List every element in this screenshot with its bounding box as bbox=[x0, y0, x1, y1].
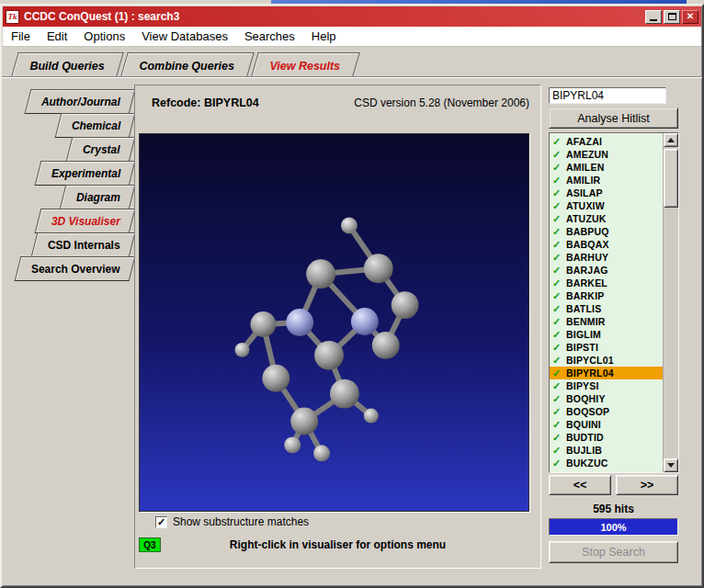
hitlist-item-label: BIPYRL04 bbox=[566, 368, 614, 379]
hitlist-item[interactable]: ✓BARJAG bbox=[550, 264, 663, 277]
show-substructure-label: Show substructure matches bbox=[173, 515, 309, 528]
hitlist-item[interactable]: ✓BARHUY bbox=[550, 251, 663, 264]
hitlist-item[interactable]: ✓BIPYSI bbox=[550, 379, 663, 392]
hitlist-item[interactable]: ✓ASILAP bbox=[550, 187, 663, 199]
arrow-down-icon bbox=[667, 463, 675, 468]
hitlist-item[interactable]: ✓ATUZUK bbox=[550, 212, 663, 225]
check-icon: ✓ bbox=[552, 265, 566, 277]
hitlist-item[interactable]: ✓AFAZAI bbox=[550, 135, 663, 148]
hitlist-frame: ✓AFAZAI✓AMEZUN✓AMILEN✓AMILIR✓ASILAP✓ATUX… bbox=[549, 132, 679, 473]
hitlist-item[interactable]: ✓BENMIR bbox=[550, 315, 663, 328]
hitlist-item[interactable]: ✓BUDTID bbox=[550, 431, 663, 444]
hitlist-item[interactable]: ✓BARKEL bbox=[550, 277, 663, 289]
maximize-button[interactable] bbox=[664, 10, 680, 24]
previous-page-button[interactable]: << bbox=[549, 475, 611, 495]
sidebar-tab-label: Author/Journal bbox=[41, 96, 120, 108]
hitlist-item-label: BARKEL bbox=[566, 277, 607, 288]
hitlist-item[interactable]: ✓BABQAX bbox=[550, 238, 663, 251]
sidebar-tab-csd-internals[interactable]: CSD Internals bbox=[31, 232, 135, 257]
menu-help[interactable]: Help bbox=[303, 27, 345, 46]
hitlist-item[interactable]: ✓BATLIS bbox=[550, 302, 663, 315]
hitlist-item-label: BARHUY bbox=[566, 252, 608, 263]
check-icon: ✓ bbox=[552, 239, 566, 251]
check-icon: ✓ bbox=[552, 393, 566, 405]
titlebar[interactable]: Tk CCDC ConQuest (1) : search3 ✕ bbox=[3, 6, 701, 27]
sidebar-tab-author-journal[interactable]: Author/Journal bbox=[25, 89, 136, 114]
hitlist-item[interactable]: ✓BOQHIY bbox=[550, 392, 663, 405]
hitlist-item[interactable]: ✓BQUINI bbox=[550, 418, 663, 431]
check-icon: ✓ bbox=[552, 252, 566, 264]
scroll-up-button[interactable] bbox=[664, 133, 678, 147]
sidebar-tab-3d-visualiser[interactable]: 3D Visualiser bbox=[35, 209, 136, 233]
3d-visualiser-canvas[interactable] bbox=[139, 133, 529, 512]
menu-view-databases[interactable]: View Databases bbox=[133, 27, 236, 46]
hitlist-item[interactable]: ✓BOQSOP bbox=[550, 405, 663, 418]
tab-divider bbox=[2, 76, 702, 78]
hitlist-item[interactable]: ✓ATUXIW bbox=[550, 199, 663, 212]
analyse-hitlist-button[interactable]: Analyse Hitlist bbox=[549, 107, 678, 129]
hitlist-item-label: BARKIP bbox=[566, 290, 604, 301]
tab-combine-queries[interactable]: Combine Queries bbox=[121, 52, 255, 76]
check-icon: ✓ bbox=[552, 445, 566, 457]
results-sidebar: Author/Journal Chemical Crystal Experime… bbox=[17, 90, 132, 281]
next-page-button[interactable]: >> bbox=[616, 475, 678, 495]
tab-view-results[interactable]: View Results bbox=[251, 52, 359, 76]
show-substructure-checkbox[interactable]: ✓ bbox=[155, 516, 167, 528]
menu-edit[interactable]: Edit bbox=[39, 27, 75, 46]
hitlist-item-label: ATUXIW bbox=[566, 200, 605, 211]
check-icon: ✓ bbox=[552, 226, 566, 238]
sidebar-tab-experimental[interactable]: Experimental bbox=[34, 161, 135, 186]
check-icon: ✓ bbox=[552, 342, 566, 354]
check-icon: ✓ bbox=[552, 419, 566, 431]
stop-search-button[interactable]: Stop Search bbox=[549, 541, 678, 563]
sidebar-tab-crystal[interactable]: Crystal bbox=[66, 137, 135, 162]
check-icon: ✓ bbox=[552, 149, 566, 161]
refcode-value: BIPYRL04 bbox=[204, 96, 259, 109]
scroll-down-button[interactable] bbox=[664, 458, 678, 472]
sidebar-tab-chemical[interactable]: Chemical bbox=[54, 113, 135, 138]
hitlist-item[interactable]: ✓AMILEN bbox=[550, 161, 663, 174]
tab-label: Build Queries bbox=[29, 60, 104, 73]
maximize-icon bbox=[668, 13, 676, 20]
hitlist-item[interactable]: ✓AMILIR bbox=[550, 174, 663, 187]
hitlist-item[interactable]: ✓BIPYCL01 bbox=[550, 354, 663, 367]
menu-options[interactable]: Options bbox=[75, 27, 133, 46]
csd-version-label: CSD version 5.28 (November 2006) bbox=[354, 96, 529, 109]
hitlist-item[interactable]: ✓BUJLIB bbox=[550, 444, 663, 457]
minimize-button[interactable] bbox=[645, 10, 662, 24]
close-button[interactable]: ✕ bbox=[682, 10, 698, 24]
hitlist-item[interactable]: ✓BIPSTI bbox=[550, 341, 663, 354]
hitlist-item[interactable]: ✓BABPUQ bbox=[550, 225, 663, 238]
arrow-up-icon bbox=[667, 138, 675, 142]
hitlist-item-label: BABQAX bbox=[566, 239, 609, 250]
hitlist-item-label: BIPYCL01 bbox=[566, 355, 614, 366]
hitlist-item-label: BIGLIM bbox=[566, 329, 601, 340]
check-icon: ✓ bbox=[552, 355, 566, 367]
hitlist-item[interactable]: ✓BUKZUC bbox=[550, 457, 663, 469]
hitlist-item-label: BOQHIY bbox=[566, 393, 606, 404]
progress-label: 100% bbox=[550, 522, 677, 533]
refcode-search-input[interactable] bbox=[549, 87, 666, 104]
hitlist-scrollbar[interactable] bbox=[663, 133, 678, 472]
hitlist-item[interactable]: ✓BARKIP bbox=[550, 289, 663, 302]
scrollbar-thumb[interactable] bbox=[664, 149, 678, 208]
app-icon: Tk bbox=[6, 10, 19, 24]
check-icon: ✓ bbox=[552, 368, 566, 379]
menu-file[interactable]: File bbox=[3, 27, 39, 46]
hitlist-item-label: ATUZUK bbox=[566, 213, 607, 224]
hitlist-item-label: BQUINI bbox=[566, 419, 601, 430]
refcode-label: Refcode: bbox=[152, 96, 200, 109]
check-icon: ✓ bbox=[552, 187, 566, 199]
hitlist-item[interactable]: ✓BIGLIM bbox=[550, 328, 663, 341]
check-icon: ✓ bbox=[552, 406, 566, 418]
tab-build-queries[interactable]: Build Queries bbox=[11, 52, 124, 76]
refcode-display: Refcode: BIPYRL04 bbox=[152, 96, 259, 109]
hitlist-item-label: BATLIS bbox=[566, 303, 601, 314]
menubar: File Edit Options View Databases Searche… bbox=[3, 27, 701, 47]
sidebar-tab-search-overview[interactable]: Search Overview bbox=[15, 256, 135, 281]
hitlist-item[interactable]: ✓BIPYRL04 bbox=[550, 367, 663, 379]
sidebar-tab-diagram[interactable]: Diagram bbox=[60, 185, 136, 209]
hitlist-item[interactable]: ✓AMEZUN bbox=[550, 148, 663, 161]
menu-searches[interactable]: Searches bbox=[236, 27, 303, 46]
check-icon: ✓ bbox=[552, 380, 566, 392]
